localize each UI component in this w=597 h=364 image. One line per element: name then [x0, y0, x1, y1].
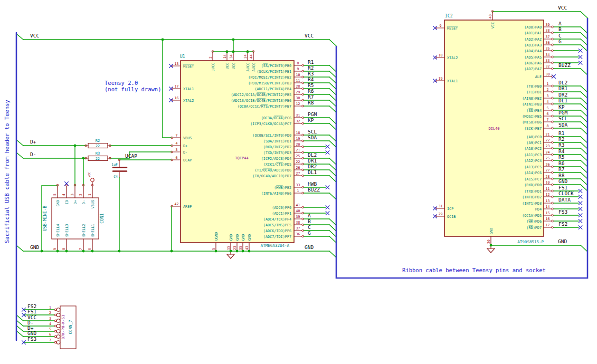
net-label[interactable]: GND [558, 178, 567, 184]
net-label[interactable]: B [558, 26, 562, 32]
pin-number: 9 [297, 67, 299, 71]
net-label[interactable]: FS3 [27, 336, 36, 342]
net-label[interactable]: A [308, 213, 311, 218]
net-label[interactable]: PGM [558, 110, 567, 116]
net-label[interactable]: R7 [558, 166, 564, 172]
net-label[interactable]: R4 [308, 76, 314, 82]
net-label[interactable]: DR1 [308, 158, 317, 164]
net-label[interactable]: DR1 [558, 85, 567, 91]
net-label[interactable]: CLOCK [558, 190, 574, 196]
net-label[interactable]: R1 [558, 130, 565, 136]
net-label[interactable]: D+ [30, 139, 36, 145]
schematic-canvas[interactable]: U1ATMEGA32U4-ATQFP4413RESET17XTAL116XTAL… [0, 0, 597, 364]
conn7-footprint[interactable]: B7K-PH-K-S1 [61, 315, 65, 339]
net-label[interactable]: GND [305, 244, 314, 250]
net-label[interactable]: DL1 [558, 98, 567, 103]
net-label[interactable]: G [558, 39, 562, 44]
net-label[interactable]: KP [558, 104, 565, 110]
net-label[interactable]: FS2 [558, 221, 567, 227]
r2-value[interactable]: 22 [96, 144, 100, 148]
ic2-value[interactable]: AT90S8515-P [517, 240, 544, 244]
r2-reference[interactable]: R2 [96, 139, 100, 143]
net-label[interactable]: DL2 [558, 80, 567, 85]
net-label[interactable]: G [308, 230, 311, 236]
pin-name: (SS/PCINT0)PB0 [261, 64, 291, 68]
net-label[interactable]: C [308, 224, 311, 230]
net-label[interactable]: SDA [558, 122, 567, 128]
net-label[interactable]: SDA [308, 135, 317, 140]
net-label[interactable]: VCC [305, 33, 314, 39]
net-label[interactable]: HWB [308, 181, 317, 187]
net-label[interactable]: VCC [558, 5, 567, 11]
junction-dot [65, 250, 68, 253]
net-label[interactable]: D- [30, 151, 36, 157]
net-label[interactable]: VCC [30, 33, 39, 39]
net-label[interactable]: R3 [558, 142, 564, 148]
junction-dot [118, 250, 121, 253]
u1-footprint[interactable]: TQFP44 [235, 156, 248, 160]
net-label[interactable]: R2 [558, 136, 564, 142]
net-label[interactable]: FS1 [27, 309, 36, 314]
pin-number: 44 [249, 54, 253, 59]
u1-reference[interactable]: U1 [180, 54, 185, 59]
net-label[interactable]: R8 [308, 100, 314, 106]
net-label[interactable]: FS3 [558, 209, 567, 215]
net-label[interactable]: BUZZ [308, 187, 320, 193]
net-label[interactable]: R6 [308, 88, 314, 94]
net-label[interactable]: R5 [308, 82, 314, 88]
r3-reference[interactable]: R3 [96, 151, 100, 156]
conn7-pad [56, 341, 60, 344]
pin-number: 31 [296, 113, 300, 118]
net-label[interactable]: PGM [308, 111, 317, 117]
pin-number: 19 [296, 137, 300, 141]
components-layer[interactable] [52, 11, 553, 349]
con1-reference[interactable]: CON1 [100, 213, 105, 223]
pin-name: (AIN1)PB3 [522, 102, 542, 107]
net-label[interactable]: GND [558, 238, 567, 244]
pin-number: 29 [296, 90, 300, 94]
net-label[interactable]: R3 [308, 71, 314, 76]
net-label[interactable]: UCAP [125, 153, 137, 159]
ic2-footprint[interactable]: DIL40 [488, 127, 499, 131]
net-label[interactable]: SCL [308, 129, 317, 135]
net-label[interactable]: C [558, 33, 562, 39]
net-label[interactable]: B [308, 218, 311, 224]
net-label[interactable]: KP [308, 117, 314, 123]
wire-segment [581, 128, 587, 135]
junction-dot [170, 250, 173, 253]
net-label[interactable]: R6 [558, 160, 565, 166]
net-label[interactable]: R5 [558, 154, 564, 160]
net-label[interactable]: DL2 [308, 152, 317, 158]
net-label[interactable]: GND [27, 330, 36, 336]
pin-number: 6 [49, 332, 51, 337]
net-label[interactable]: FS1 [558, 185, 567, 190]
net-label[interactable]: DR2 [308, 164, 317, 169]
net-label[interactable]: SCL [558, 116, 567, 121]
net-label[interactable]: R7 [308, 94, 314, 100]
pin-name: (ADC11/PCINT4)PB4 [254, 87, 291, 91]
net-label[interactable]: R8 [558, 173, 565, 178]
junction-dot [82, 157, 85, 160]
net-label[interactable]: BUZZ [558, 62, 571, 68]
net-label[interactable]: DATA [558, 197, 571, 203]
c4-reference[interactable]: C4 [113, 175, 118, 179]
wire-segment [581, 98, 587, 104]
net-label[interactable]: A [558, 21, 562, 26]
net-label[interactable]: R4 [558, 148, 565, 154]
conn7-reference[interactable]: CONN_7 [68, 320, 73, 334]
ic2-reference[interactable]: IC2 [445, 14, 453, 18]
net-label[interactable]: R2 [308, 65, 314, 71]
net-label[interactable]: DR2 [558, 92, 567, 98]
r3-value[interactable]: 22 [96, 157, 100, 161]
pin-number: 5 [49, 327, 51, 331]
pin-number: 12 [296, 102, 300, 106]
net-label[interactable]: DL1 [308, 169, 317, 175]
pin-name: (RXD)PD0 [524, 183, 542, 187]
note-teensy: Teensy 2.0 [105, 80, 138, 86]
net-label[interactable]: GND [30, 244, 39, 250]
c4-value[interactable]: 1uF [111, 162, 118, 167]
con1-value[interactable]: USB-MINI-B [43, 206, 48, 231]
pin-number: 6 [547, 112, 549, 116]
net-label[interactable]: R1 [308, 59, 314, 65]
u1-value[interactable]: ATMEGA32U4-A [261, 243, 290, 248]
